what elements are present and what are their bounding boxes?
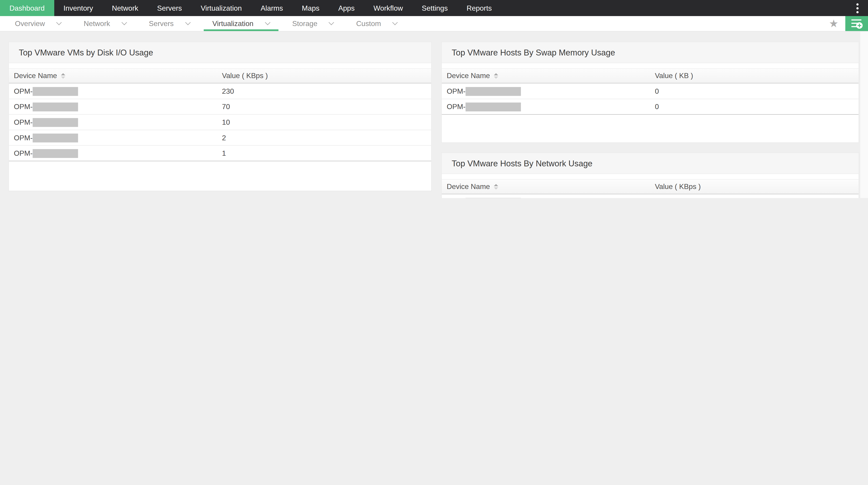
tab-virtualization[interactable]: Virtualization bbox=[204, 16, 278, 31]
device-name-cell: OPM- bbox=[447, 198, 655, 198]
device-name-prefix: OPM- bbox=[14, 103, 33, 111]
value-cell: 2 bbox=[222, 134, 431, 142]
device-name-cell: OPM- bbox=[447, 102, 655, 111]
tab-label: Network bbox=[84, 20, 110, 28]
panel-title: Top VMware VMs by Disk I/O Usage bbox=[9, 42, 431, 63]
tab-overview[interactable]: Overview bbox=[6, 16, 70, 31]
device-name-header[interactable]: Device Name bbox=[14, 72, 222, 80]
device-name-cell: OPM- bbox=[14, 102, 222, 111]
value-cell: 0 bbox=[655, 103, 859, 111]
nav-item-servers[interactable]: Servers bbox=[148, 0, 191, 16]
chevron-down-icon bbox=[393, 20, 398, 25]
nav-item-reports[interactable]: Reports bbox=[457, 0, 501, 16]
sort-icon bbox=[61, 73, 65, 78]
kebab-menu-icon[interactable] bbox=[847, 0, 868, 16]
sort-down-icon bbox=[61, 76, 65, 79]
sort-down-icon bbox=[494, 187, 498, 190]
dashboard-tabs: OverviewNetworkServersVirtualizationStor… bbox=[0, 16, 406, 31]
add-dashboard-button[interactable] bbox=[845, 16, 868, 31]
main-content: Top VMware VMs by Disk I/O UsageDevice N… bbox=[0, 32, 868, 198]
content-scrollbar[interactable] bbox=[860, 32, 868, 198]
device-name-cell: OPM- bbox=[14, 118, 222, 126]
device-name-prefix: OPM- bbox=[14, 134, 33, 142]
tab-network[interactable]: Network bbox=[75, 16, 135, 31]
table-row[interactable]: OPM-70 bbox=[9, 99, 431, 115]
table-header: Device NameValue ( KB ) bbox=[442, 68, 859, 84]
redacted-device-name bbox=[465, 198, 521, 198]
panel-title: Top VMware Hosts By Swap Memory Usage bbox=[442, 42, 859, 63]
value-cell: 10 bbox=[222, 118, 431, 126]
nav-item-maps[interactable]: Maps bbox=[292, 0, 329, 16]
chevron-down-icon bbox=[56, 20, 62, 25]
device-name-prefix: OPM- bbox=[447, 198, 465, 198]
nav-item-apps[interactable]: Apps bbox=[329, 0, 364, 16]
device-name-cell: OPM- bbox=[14, 149, 222, 158]
device-name-header-label: Device Name bbox=[447, 182, 490, 191]
dashboard-tab-bar: OverviewNetworkServersVirtualizationStor… bbox=[0, 16, 868, 32]
favorite-star-icon[interactable]: ★ bbox=[822, 16, 845, 31]
panel-host-network: Top VMware Hosts By Network UsageDevice … bbox=[441, 152, 859, 198]
tab-label: Virtualization bbox=[213, 20, 254, 28]
nav-item-workflow[interactable]: Workflow bbox=[364, 0, 412, 16]
sort-up-icon bbox=[494, 73, 498, 75]
right-column: Top VMware Hosts By Swap Memory UsageDev… bbox=[441, 41, 859, 198]
tab-label: Overview bbox=[15, 20, 45, 28]
value-header[interactable]: Value ( KBps ) bbox=[222, 72, 431, 80]
add-dashboard-icon bbox=[850, 19, 863, 29]
tab-label: Storage bbox=[292, 20, 318, 28]
panel-host-swap: Top VMware Hosts By Swap Memory UsageDev… bbox=[441, 41, 859, 143]
chevron-down-icon bbox=[329, 20, 334, 25]
redacted-device-name bbox=[33, 133, 78, 142]
chevron-down-icon bbox=[121, 20, 127, 25]
table-row[interactable]: OPM-99 bbox=[442, 195, 859, 198]
redacted-device-name bbox=[33, 149, 78, 158]
sort-icon bbox=[494, 73, 498, 78]
left-column: Top VMware VMs by Disk I/O UsageDevice N… bbox=[8, 41, 432, 198]
nav-item-dashboard[interactable]: Dashboard bbox=[0, 0, 54, 16]
app-viewport: DashboardInventoryNetworkServersVirtuali… bbox=[0, 0, 868, 198]
device-name-prefix: OPM- bbox=[14, 87, 33, 95]
device-name-prefix: OPM- bbox=[14, 118, 33, 126]
value-header[interactable]: Value ( KB ) bbox=[655, 72, 859, 80]
table-row[interactable]: OPM-230 bbox=[9, 84, 431, 99]
value-cell: 230 bbox=[222, 87, 431, 95]
device-name-header[interactable]: Device Name bbox=[447, 72, 655, 80]
value-header[interactable]: Value ( KBps ) bbox=[655, 182, 859, 191]
table-header: Device NameValue ( KBps ) bbox=[442, 179, 859, 195]
nav-item-virtualization[interactable]: Virtualization bbox=[191, 0, 251, 16]
nav-item-settings[interactable]: Settings bbox=[412, 0, 457, 16]
table-row[interactable]: OPM-1 bbox=[9, 146, 431, 161]
value-cell: 1 bbox=[222, 149, 431, 158]
table-row[interactable]: OPM-2 bbox=[9, 131, 431, 146]
tab-servers[interactable]: Servers bbox=[140, 16, 198, 31]
tab-label: Servers bbox=[149, 20, 174, 28]
table-row[interactable]: OPM-10 bbox=[9, 115, 431, 131]
nav-item-network[interactable]: Network bbox=[102, 0, 148, 16]
table-row[interactable]: OPM-0 bbox=[442, 84, 859, 99]
tab-bar-actions: ★ bbox=[822, 16, 868, 31]
table-row[interactable]: OPM-0 bbox=[442, 99, 859, 115]
nav-item-alarms[interactable]: Alarms bbox=[251, 0, 292, 16]
device-name-header-label: Device Name bbox=[14, 72, 57, 80]
redacted-device-name bbox=[33, 118, 78, 126]
sort-icon bbox=[494, 184, 498, 189]
value-cell: 0 bbox=[655, 87, 859, 95]
value-cell: 70 bbox=[222, 103, 431, 111]
value-cell: 99 bbox=[655, 198, 859, 198]
tab-label: Custom bbox=[356, 20, 381, 28]
chevron-down-icon bbox=[265, 20, 270, 25]
sort-down-icon bbox=[494, 76, 498, 79]
sort-up-icon bbox=[494, 184, 498, 186]
panel-vm-disk-io: Top VMware VMs by Disk I/O UsageDevice N… bbox=[8, 41, 432, 191]
panel-title: Top VMware Hosts By Network Usage bbox=[442, 153, 859, 174]
device-name-prefix: OPM- bbox=[447, 87, 465, 95]
device-name-prefix: OPM- bbox=[14, 149, 33, 158]
nav-item-inventory[interactable]: Inventory bbox=[54, 0, 102, 16]
sort-up-icon bbox=[61, 73, 65, 75]
table-header: Device NameValue ( KBps ) bbox=[9, 68, 431, 84]
top-nav-items: DashboardInventoryNetworkServersVirtuali… bbox=[0, 0, 501, 16]
tab-storage[interactable]: Storage bbox=[283, 16, 342, 31]
device-name-cell: OPM- bbox=[447, 87, 655, 95]
tab-custom[interactable]: Custom bbox=[347, 16, 406, 31]
device-name-header[interactable]: Device Name bbox=[447, 182, 655, 191]
